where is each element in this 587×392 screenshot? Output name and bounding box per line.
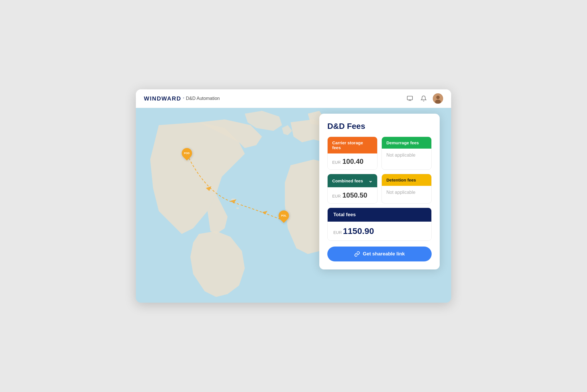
top-bar-icons <box>405 93 443 104</box>
detention-label: Detention fees <box>386 178 416 182</box>
logo-subtitle: D&D Automation <box>186 96 220 101</box>
detention-na: Not applicable <box>386 190 415 195</box>
demurrage-na: Not applicable <box>386 153 415 157</box>
total-card: Total fees EUR 1150.90 <box>327 208 432 241</box>
top-bar: WINDWARD ° D&D Automation <box>136 89 451 108</box>
carrier-storage-value: 100.40 <box>343 157 363 165</box>
combined-amount: EUR 1050.50 <box>332 191 373 199</box>
share-button[interactable]: Get shareable link <box>327 247 432 261</box>
total-amount: EUR 1150.90 <box>333 226 426 236</box>
fees-grid: Carrier storage fees EUR 100.40 Demurrag… <box>327 137 432 204</box>
pod-label: POD <box>184 152 190 155</box>
pol-label: POL <box>281 214 287 217</box>
demurrage-body: Not applicable <box>382 149 431 162</box>
detention-body: Not applicable <box>382 186 431 199</box>
demurrage-card: Demurrage fees Not applicable <box>381 137 432 170</box>
combined-body: EUR 1050.50 <box>328 187 377 203</box>
total-body: EUR 1150.90 <box>328 222 431 241</box>
notifications-icon[interactable] <box>419 94 428 103</box>
link-icon <box>354 251 360 257</box>
panel-title: D&D Fees <box>327 122 432 131</box>
detention-card: Detention fees Not applicable <box>381 174 432 204</box>
demurrage-header: Demurrage fees <box>382 137 431 149</box>
combined-header[interactable]: Combined fees ⌄ <box>328 174 377 187</box>
carrier-storage-amount: EUR 100.40 <box>332 157 373 166</box>
svg-rect-0 <box>407 96 412 100</box>
total-currency: EUR <box>333 230 342 235</box>
avatar[interactable] <box>433 93 443 104</box>
carrier-storage-label: Carrier storage fees <box>332 140 373 150</box>
combined-value: 1050.50 <box>343 191 367 199</box>
map-container: POD POL D&D Fees Carrier storage fees <box>136 108 451 303</box>
carrier-storage-currency: EUR <box>332 160 341 165</box>
logo-wordmark: WINDWARD <box>144 95 181 102</box>
carrier-storage-header: Carrier storage fees <box>328 137 377 153</box>
pod-pin[interactable]: POD <box>182 148 192 158</box>
demurrage-label: Demurrage fees <box>386 140 419 145</box>
combined-label: Combined fees <box>332 178 363 183</box>
carrier-storage-body: EUR 100.40 <box>328 153 377 170</box>
chevron-down-icon: ⌄ <box>368 178 373 184</box>
carrier-storage-card: Carrier storage fees EUR 100.40 <box>327 137 377 170</box>
svg-point-2 <box>436 96 440 99</box>
messages-icon[interactable] <box>405 94 414 103</box>
pol-pin-circle: POL <box>277 208 291 223</box>
combined-currency: EUR <box>332 194 341 198</box>
total-value: 1150.90 <box>343 226 374 236</box>
detention-header: Detention fees <box>382 174 431 186</box>
svg-point-7 <box>236 207 239 209</box>
logo-area: WINDWARD ° D&D Automation <box>144 95 405 102</box>
share-button-label: Get shareable link <box>363 251 405 257</box>
logo-dot: ° <box>183 97 184 100</box>
dnd-panel: D&D Fees Carrier storage fees EUR 100.40 <box>319 114 440 269</box>
total-header: Total fees <box>328 208 431 222</box>
pol-pin[interactable]: POL <box>279 210 289 221</box>
browser-window: WINDWARD ° D&D Automation <box>136 89 451 303</box>
pod-pin-circle: POD <box>180 146 194 161</box>
combined-card: Combined fees ⌄ EUR 1050.50 <box>327 174 377 204</box>
